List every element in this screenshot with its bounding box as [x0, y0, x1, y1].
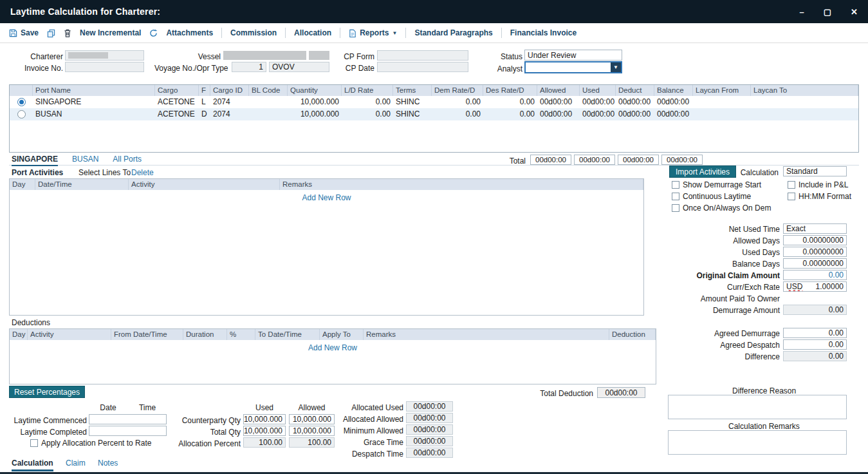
column-header-balance[interactable]: Balance	[654, 85, 693, 96]
checkbox-icon[interactable]	[672, 181, 679, 189]
table-row-busan[interactable]: BUSAN ACETONE D 2074 10,000.000 0.00 SHI…	[10, 108, 858, 120]
tab-all-ports[interactable]: All Ports	[113, 155, 142, 164]
status-field[interactable]: Under Review	[524, 50, 622, 61]
select-lines-to-label: Select Lines To	[78, 168, 131, 177]
add-new-row-link[interactable]: Add New Row	[10, 340, 656, 352]
chevron-down-icon: ▼	[392, 30, 397, 36]
deductions-table: Day Activity From Date/Time Duration % T…	[9, 328, 656, 384]
column-header-laycan-to[interactable]: Laycan To	[751, 85, 858, 96]
close-button[interactable]: ✕	[851, 7, 858, 17]
reset-percentages-button[interactable]: Reset Percentages	[9, 386, 85, 398]
once-on-always-on-dem-checkbox[interactable]: Once On/Always On Dem	[672, 204, 771, 213]
port-row-radio[interactable]	[17, 110, 26, 118]
column-header-des-rate[interactable]: Des Rate/D	[483, 85, 537, 96]
column-header-deduct[interactable]: Deduct	[616, 85, 654, 96]
commission-button[interactable]: Commission	[230, 28, 277, 37]
used-days-label: Used Days	[669, 248, 780, 257]
reports-button[interactable]: Reports ▼	[349, 28, 397, 37]
column-header-bl-code[interactable]: BL Code	[249, 85, 288, 96]
calculation-remarks-textarea[interactable]	[668, 430, 847, 455]
dropdown-caret-icon[interactable]: ▼	[611, 62, 621, 72]
column-header-quantity[interactable]: Quantity	[288, 85, 342, 96]
new-incremental-button[interactable]: New Incremental	[80, 28, 141, 37]
column-header-activity[interactable]: Activity	[129, 179, 280, 190]
column-header-allowed[interactable]: Allowed	[537, 85, 580, 96]
checkbox-icon[interactable]	[672, 193, 679, 200]
delete-link[interactable]: Delete	[131, 168, 154, 177]
exch-rate-field[interactable]: 1.00000	[802, 282, 844, 291]
column-header-day[interactable]: Day	[10, 329, 28, 340]
column-header-deduction[interactable]: Deduction	[609, 329, 656, 340]
attachments-button[interactable]: Attachments	[166, 28, 213, 37]
currency-field[interactable]: USD	[786, 282, 802, 291]
ports-table-header: Port Name Cargo F Cargo ID BL Code Quant…	[10, 85, 858, 96]
total-qty-used-field[interactable]: 10,000.000	[243, 426, 286, 436]
show-demurrage-start-checkbox[interactable]: Show Demurrage Start	[672, 180, 761, 189]
save-button[interactable]: Save	[9, 28, 39, 37]
financials-invoice-button[interactable]: Financials Invoice	[510, 28, 577, 37]
include-in-pl-checkbox[interactable]: Include in P&L	[788, 180, 848, 189]
add-new-row-link[interactable]: Add New Row	[10, 190, 643, 202]
column-header-cargo-id[interactable]: Cargo ID	[210, 85, 249, 96]
column-header-datetime[interactable]: Date/Time	[35, 179, 129, 190]
apply-allocation-percent-checkbox[interactable]: Apply Allocation Percent to Rate	[30, 439, 151, 448]
tab-notes[interactable]: Notes	[98, 459, 118, 468]
import-activities-button[interactable]: Import Activities	[669, 166, 736, 178]
column-header-terms[interactable]: Terms	[393, 85, 432, 96]
balance-days-field[interactable]: 0.00000000	[783, 258, 847, 269]
port-row-radio-selected[interactable]	[17, 98, 26, 106]
column-header-duration[interactable]: Duration	[183, 329, 227, 340]
curr-exch-rate-field[interactable]: USD 1.00000	[783, 281, 847, 292]
counterparty-qty-used-field[interactable]: 10,000.000	[243, 414, 286, 424]
refresh-button[interactable]	[149, 29, 158, 37]
hhmm-format-checkbox[interactable]: HH:MM Format	[788, 192, 851, 201]
agreed-despatch-field[interactable]: 0.00	[783, 339, 847, 350]
column-header-day[interactable]: Day	[10, 179, 35, 190]
column-header-cargo[interactable]: Cargo	[155, 85, 199, 96]
tab-claim[interactable]: Claim	[66, 459, 86, 468]
continuous-laytime-checkbox[interactable]: Continuous Laytime	[672, 192, 751, 201]
difference-reason-textarea[interactable]	[668, 395, 847, 419]
grace-time-field: 00d00:00	[406, 436, 453, 446]
column-header-laycan-from[interactable]: Laycan From	[693, 85, 751, 96]
column-header-remarks[interactable]: Remarks	[364, 329, 609, 340]
column-header-from-datetime[interactable]: From Date/Time	[111, 329, 183, 340]
tab-busan[interactable]: BUSAN	[72, 155, 98, 164]
checkbox-icon[interactable]	[30, 439, 38, 447]
table-row-singapore[interactable]: SINGAPORE ACETONE L 2074 10,000.000 0.00…	[10, 96, 858, 108]
allocation-button[interactable]: Allocation	[294, 28, 331, 37]
checkbox-icon[interactable]	[788, 181, 795, 189]
maximize-button[interactable]: ▢	[824, 7, 831, 17]
checkbox-icon[interactable]	[672, 204, 679, 212]
analyst-dropdown[interactable]: ▼	[524, 61, 622, 73]
calculation-field[interactable]: Standard	[783, 166, 847, 176]
used-days-field[interactable]: 0.00000000	[783, 247, 847, 257]
column-header-f[interactable]: F	[199, 85, 210, 96]
column-header-activity[interactable]: Activity	[28, 329, 111, 340]
checkbox-icon[interactable]	[788, 193, 795, 200]
charterer-field	[65, 50, 144, 61]
allowed-days-field[interactable]: 0.00000000	[783, 235, 847, 245]
tab-calculation[interactable]: Calculation	[12, 459, 53, 471]
laytime-completed-field[interactable]	[89, 426, 167, 436]
column-header-to-datetime[interactable]: To Date/Time	[255, 329, 320, 340]
column-header-apply-to[interactable]: Apply To	[320, 329, 364, 340]
copy-button[interactable]	[47, 29, 55, 37]
toolbar-separator	[501, 28, 502, 38]
tab-singapore[interactable]: SINGAPORE	[12, 155, 58, 166]
original-claim-amount-field[interactable]: 0.00	[783, 270, 847, 280]
delete-button[interactable]	[64, 29, 71, 37]
laytime-commenced-field[interactable]	[89, 414, 167, 424]
net-used-time-field[interactable]: Exact	[783, 223, 847, 234]
column-header-dem-rate[interactable]: Dem Rate/D	[432, 85, 483, 96]
status-label: Status	[488, 52, 522, 61]
minimize-button[interactable]: –	[800, 7, 804, 17]
standard-paragraphs-button[interactable]: Standard Paragraphs	[414, 28, 492, 37]
column-header-used[interactable]: Used	[580, 85, 616, 96]
port-activities-tab[interactable]: Port Activities	[12, 168, 63, 177]
agreed-demurrage-field[interactable]: 0.00	[783, 328, 847, 338]
column-header-remarks[interactable]: Remarks	[280, 179, 643, 190]
column-header-percent[interactable]: %	[227, 329, 255, 340]
column-header-ld-rate[interactable]: L/D Rate	[342, 85, 393, 96]
column-header-port-name[interactable]: Port Name	[33, 85, 155, 96]
